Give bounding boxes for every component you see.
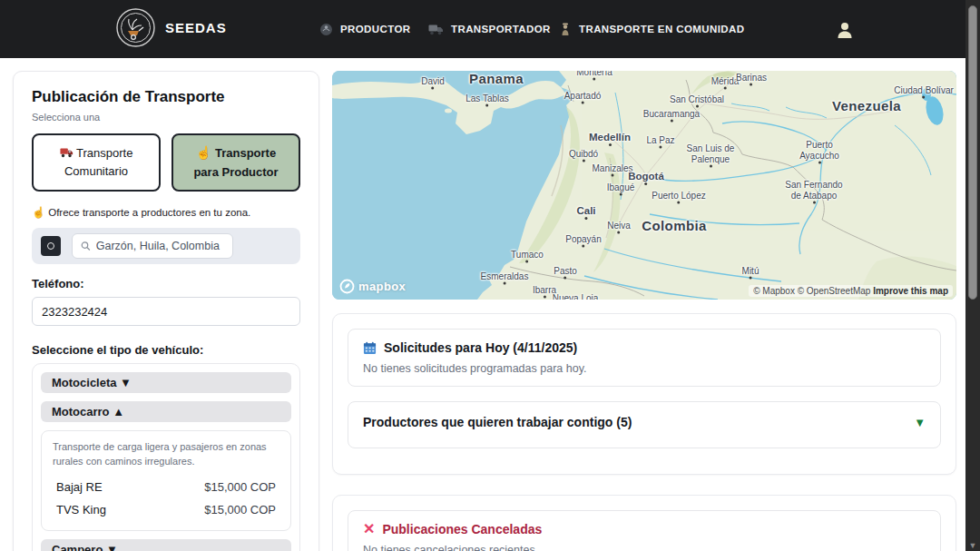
- vehicle-model-row[interactable]: TVS King$15,000 COP: [53, 498, 279, 521]
- vehicle-accordion-motocicleta[interactable]: Motocicleta ▼: [41, 372, 291, 393]
- geocoder-toggle-button[interactable]: [41, 236, 61, 256]
- page-title: Publicación de Transporte: [32, 88, 300, 106]
- nav-item-transportador[interactable]: TRANSPORTADOR: [428, 0, 551, 58]
- map-label-david: David: [421, 76, 445, 86]
- nav-item-transporte-en-comunidad[interactable]: TRANSPORTE EN COMUNIDAD: [559, 0, 744, 58]
- solicitudes-card: Solicitudes para Hoy (4/11/2025) No tien…: [348, 329, 941, 387]
- productores-title: Productores que quieren trabajar contigo…: [363, 415, 632, 429]
- city-dot: [583, 160, 585, 162]
- attribution-text: © Mapbox © OpenStreetMap: [753, 286, 870, 296]
- calendar-icon: [363, 341, 377, 355]
- vehicle-accordion: Motocicleta ▼Motocarro ▲Transporte de ca…: [32, 363, 300, 551]
- city-dot: [608, 143, 611, 146]
- map-label-quibd-: Quibdó: [569, 149, 598, 159]
- vehicle-model-row[interactable]: Bajaj RE$15,000 COP: [53, 476, 279, 498]
- vehicle-accordion-motocarro[interactable]: Motocarro ▲: [41, 401, 291, 422]
- map-label-medell-n: Medellín: [589, 132, 631, 143]
- hand-up-icon: ☝: [32, 206, 45, 219]
- chevron-down-icon[interactable]: ▼: [914, 417, 926, 428]
- map-label-panama: Panama: [469, 71, 524, 86]
- top-navbar: SEEDAS PRODUCTOR TRANSPORTADOR: [0, 0, 980, 58]
- map-label-colombia: Colombia: [642, 218, 707, 233]
- nav-item-productor[interactable]: PRODUCTOR: [319, 0, 411, 58]
- mapbox-logo-text: mapbox: [358, 280, 406, 293]
- x-cancel-icon: ✕: [363, 522, 375, 536]
- truck-icon: [428, 24, 444, 35]
- today-group: Solicitudes para Hoy (4/11/2025) No tien…: [332, 313, 956, 475]
- canceladas-empty-text: No tienes cancelaciones recientes.: [363, 544, 926, 551]
- map-label-cali: Cali: [576, 205, 595, 216]
- productores-card[interactable]: Productores que quieren trabajar contigo…: [348, 401, 941, 448]
- brand-name: SEEDAS: [165, 20, 227, 35]
- city-dot: [620, 193, 622, 196]
- location-search-input[interactable]: [96, 240, 224, 252]
- offer-hint-text: Ofrece transporte a productores en tu zo…: [48, 207, 250, 218]
- map-label-bucaramanga: Bucaramanga: [643, 109, 700, 119]
- map-label-pasto: Pasto: [554, 266, 577, 276]
- map-label-puerto-ayacucho: Puerto Ayacucho: [789, 140, 849, 161]
- map-label-manizales: Manizales: [592, 163, 632, 173]
- city-dot: [710, 165, 712, 168]
- vehicle-description: Transporte de carga ligera y pasajeros e…: [53, 440, 279, 469]
- phone-input[interactable]: [32, 297, 300, 326]
- city-dot: [696, 105, 699, 108]
- red-truck-icon: [60, 147, 74, 158]
- map-label-neiva: Neiva: [607, 221, 631, 231]
- city-dot: [544, 296, 546, 299]
- mapbox-logo[interactable]: mapbox: [339, 279, 406, 294]
- map-label-san-fernando-de-atabapo: San Fernando de Atabapo: [784, 180, 844, 201]
- map-label-san-crist-bal: San Cristóbal: [670, 94, 724, 104]
- improve-map-link[interactable]: Improve this map: [873, 286, 948, 296]
- vehicle-model-price: $15,000 COP: [204, 503, 276, 517]
- nav-label: TRANSPORTADOR: [451, 24, 551, 34]
- map-label-venezuela: Venezuela: [832, 98, 901, 113]
- map-label-las-tablas: Las Tablas: [466, 93, 509, 103]
- app: SEEDAS PRODUCTOR TRANSPORTADOR: [0, 0, 980, 551]
- city-dot: [818, 162, 821, 164]
- mode-transporte-para-productor-button[interactable]: ☝ Transporte para Productor: [172, 133, 300, 192]
- map-label-ibagu-: Ibagué: [607, 182, 635, 192]
- circle-icon: [47, 242, 54, 250]
- user-account-button[interactable]: [835, 20, 855, 40]
- solicitudes-title-row: Solicitudes para Hoy (4/11/2025): [363, 340, 926, 355]
- mapbox-map[interactable]: PanamaDavidLas TablasApartadóMonteríaMed…: [332, 71, 956, 300]
- location-geocoder: [32, 228, 300, 264]
- vehicle-model-price: $15,000 COP: [204, 480, 276, 494]
- phone-label: Teléfono:: [32, 277, 300, 290]
- map-label-tumaco: Tumaco: [511, 250, 544, 260]
- mapbox-logo-icon: [339, 279, 355, 294]
- map-label-esmeraldas: Esmeraldas: [481, 271, 529, 281]
- map-label-mit-: Mitú: [742, 266, 760, 276]
- nav-label: TRANSPORTE EN COMUNIDAD: [579, 24, 744, 34]
- search-icon: [81, 241, 91, 251]
- map-label-nueva-loja: Nueva Loja: [553, 293, 599, 300]
- city-dot: [612, 174, 614, 177]
- mode-label: Transporte Comunitario: [64, 146, 132, 178]
- vehicle-type-label: Seleccione el tipo de vehículo:: [32, 343, 300, 357]
- mode-transporte-comunitario-button[interactable]: Transporte Comunitario: [32, 133, 161, 192]
- seedas-logo-icon: [115, 7, 156, 48]
- vehicle-accordion-campero[interactable]: Campero ▼: [41, 539, 291, 551]
- brand[interactable]: SEEDAS: [115, 7, 227, 48]
- scrollbar-down-arrow[interactable]: ▼: [965, 541, 980, 550]
- map-attribution: © Mapbox © OpenStreetMap Improve this ma…: [749, 285, 953, 297]
- map-label-barinas: Barinas: [736, 73, 767, 83]
- map-label-m-rida: Mérida: [711, 76, 740, 86]
- map-label-la-paz: La Paz: [646, 135, 674, 145]
- city-dot: [582, 102, 584, 104]
- map-label-popay-n: Popayán: [565, 234, 601, 244]
- vehicle-model-name: Bajaj RE: [56, 480, 103, 494]
- map-label-puerto-l-pez: Puerto López: [652, 191, 706, 201]
- city-dot: [723, 87, 726, 90]
- map-label-ciudad-bol-var: Ciudad Bolívar: [894, 85, 954, 95]
- page-scrollbar[interactable]: ▼: [965, 0, 980, 551]
- solicitudes-title: Solicitudes para Hoy (4/11/2025): [384, 340, 577, 355]
- nav-label: PRODUCTOR: [340, 24, 411, 34]
- map-label-san-luis-de-palenque: San Luis de Palenque: [681, 143, 740, 164]
- city-dot: [813, 202, 816, 204]
- location-search-box[interactable]: [72, 233, 233, 259]
- canceladas-title: Publicaciones Canceladas: [382, 522, 542, 536]
- offer-hint: ☝ Ofrece transporte a productores en tu …: [32, 206, 300, 219]
- scrollbar-thumb[interactable]: [968, 5, 977, 300]
- map-label-apartad-: Apartadó: [564, 91, 602, 101]
